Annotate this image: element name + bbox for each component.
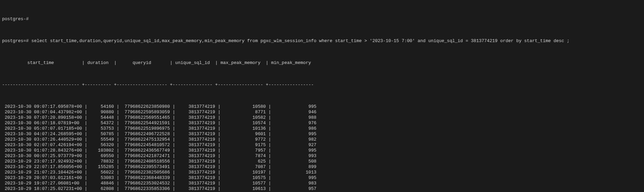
cell-start-time: 2023-10-29 19:07:27.06081+00 [2,181,85,186]
table-row: 2023-10-30 06:07:18.07819+00|54372|77968… [2,120,642,126]
table-row: 2023-10-30 03:07:26.440529+00|55549|7796… [2,137,642,142]
cell-unique-sql-id: 3813774219 [175,170,218,175]
column-separator: | [85,159,87,164]
cell-min-peak-memory: 995 [271,148,319,153]
header-start-time: start_time [2,60,82,66]
cell-duration: 54160 [87,104,117,110]
column-separator: | [218,181,221,186]
cell-queryid: 77968622475132954 [119,137,172,142]
cell-min-peak-memory: 983 [271,181,319,186]
column-separator: | [85,142,87,148]
table-row: 2023-10-30 04:07:24.268595+00|50785|7796… [2,131,642,137]
table-row: 2023-10-30 09:07:17.695878+00|54160|7796… [2,104,642,110]
column-separator: | [172,142,175,148]
header-unique-sql-id: unique_sql_id [172,60,215,66]
column-separator: | [172,137,175,142]
cell-duration: 56320 [87,142,117,148]
cell-min-peak-memory: 508 [271,159,319,164]
column-separator: | [172,159,175,164]
cell-start-time: 2023-10-30 07:07:20.890158+00 [2,115,85,120]
column-separator: | [268,153,271,159]
table-row: 2023-10-29 20:07:03.012161+00|53083|7796… [2,175,642,181]
column-separator: | [116,104,119,110]
cell-unique-sql-id: 3813774219 [175,131,218,137]
cell-max-peak-memory: 625 [221,159,268,164]
cell-queryid: 77968622569551465 [119,115,172,120]
column-separator: | [172,110,175,115]
cell-min-peak-memory: 957 [271,186,319,192]
column-separator: | [218,186,221,192]
column-separator: | [116,148,119,153]
column-separator: | [85,131,87,137]
table-row: 2023-10-30 07:07:20.890158+00|54448|7796… [2,115,642,120]
column-separator: | [268,175,271,181]
table-row: 2023-10-29 23:07:17.924932+00|78832|7796… [2,159,642,164]
cell-min-peak-memory: 946 [271,110,319,115]
column-separator: | [116,181,119,186]
column-separator: | [85,115,87,120]
cell-duration: 155285 [87,164,117,170]
table-row: 2023-10-29 19:07:27.06081+00|48846|77968… [2,181,642,186]
cell-unique-sql-id: 3813774219 [175,175,218,181]
column-separator: | [116,153,119,159]
column-separator: | [116,159,119,164]
cell-max-peak-memory: 10580 [221,104,268,110]
column-separator: | [268,137,271,142]
cell-start-time: 2023-10-29 22:07:17.856056+00 [2,164,85,170]
column-separator: | [218,175,221,181]
table-row: 2023-10-30 01:07:28.843276+00|103802|779… [2,148,642,153]
cell-queryid: 77968622353024532 [119,181,172,186]
cell-duration: 54372 [87,120,117,126]
cell-queryid: 77968622382505686 [119,170,172,175]
column-separator: | [218,170,221,175]
cell-min-peak-memory: 995 [271,104,319,110]
cell-start-time: 2023-10-30 09:07:17.695878+00 [2,104,85,110]
cell-duration: 62808 [87,186,117,192]
cell-queryid: 77968622496722528 [119,131,172,137]
column-separator: | [218,159,221,164]
column-separator: | [172,186,175,192]
column-separator: | [218,104,221,110]
cell-max-peak-memory: 10582 [221,115,268,120]
column-separator: | [116,110,119,115]
cell-max-peak-memory: 9601 [221,131,268,137]
cell-max-peak-memory: 9175 [221,142,268,148]
column-separator: | [268,186,271,192]
cell-start-time: 2023-10-29 20:07:03.012161+00 [2,175,85,181]
table-separator: -----------------------------+ ---------… [2,82,642,88]
sql-query-text: select start_time,duration,queryid,uniqu… [31,38,570,43]
column-separator: | [268,110,271,115]
column-separator: | [85,104,87,110]
cell-min-peak-memory: 1013 [271,170,319,175]
cell-max-peak-memory: 10613 [221,186,268,192]
cell-start-time: 2023-10-30 02:07:07.426194+00 [2,142,85,148]
column-separator: | [172,104,175,110]
cell-unique-sql-id: 3813774219 [175,164,218,170]
cell-min-peak-memory: 927 [271,142,319,148]
cell-min-peak-memory: 976 [271,120,319,126]
column-separator: | [268,159,271,164]
table-row: 2023-10-30 02:07:07.426194+00|56320|7796… [2,142,642,148]
cell-queryid: 77968622544921591 [119,120,172,126]
cell-unique-sql-id: 3813774219 [175,126,218,131]
cell-queryid: 77968622408518556 [119,159,172,164]
cell-unique-sql-id: 3813774219 [175,153,218,159]
column-separator: | [85,110,87,115]
cell-unique-sql-id: 3813774219 [175,115,218,120]
cell-duration: 56022 [87,170,117,175]
cell-start-time: 2023-10-30 01:07:28.843276+00 [2,148,85,153]
cell-max-peak-memory: 7087 [221,164,268,170]
column-separator: | [116,131,119,137]
cell-min-peak-memory: 995 [271,175,319,181]
cell-unique-sql-id: 3813774219 [175,148,218,153]
column-separator: | [116,142,119,148]
column-separator: | [218,110,221,115]
column-separator: | [85,126,87,131]
column-separator: | [172,148,175,153]
cell-queryid: 77968622335853306 [119,186,172,192]
column-separator: | [116,137,119,142]
column-separator: | [268,131,271,137]
terminal-output[interactable]: postgres-# postgres=# select start_time,… [0,0,644,192]
column-separator: | [218,120,221,126]
cell-queryid: 77968622519896975 [119,126,172,131]
